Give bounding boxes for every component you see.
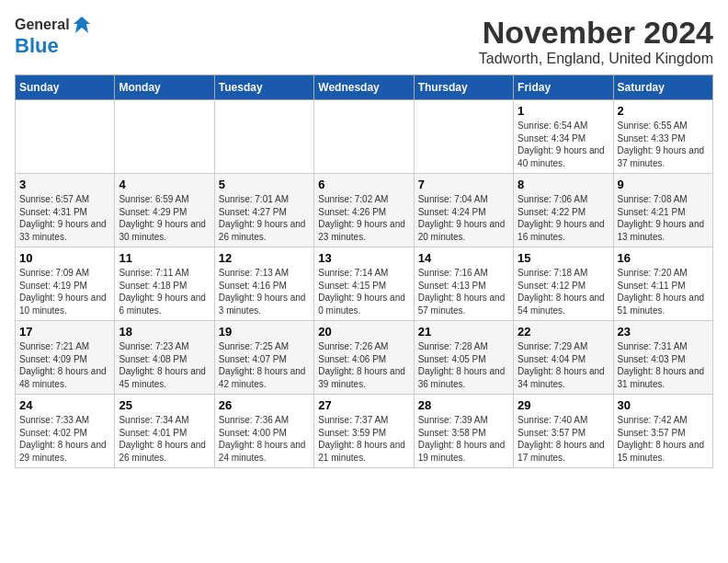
weekday-header-monday: Monday [115, 75, 214, 100]
day-info: Sunrise: 7:20 AM Sunset: 4:11 PM Dayligh… [618, 267, 709, 316]
calendar-header: SundayMondayTuesdayWednesdayThursdayFrid… [16, 75, 713, 100]
calendar-cell-w1d2: 5Sunrise: 7:01 AM Sunset: 4:27 PM Daylig… [214, 174, 313, 247]
day-number: 6 [318, 178, 409, 191]
day-info: Sunrise: 7:02 AM Sunset: 4:26 PM Dayligh… [318, 193, 409, 243]
day-info: Sunrise: 7:26 AM Sunset: 4:06 PM Dayligh… [318, 340, 409, 390]
calendar-cell-w0d6: 2Sunrise: 6:55 AM Sunset: 4:33 PM Daylig… [613, 100, 712, 174]
calendar-cell-w4d2: 26Sunrise: 7:36 AM Sunset: 4:00 PM Dayli… [214, 395, 313, 468]
location-title: Tadworth, England, United Kingdom [479, 51, 713, 67]
calendar-cell-w3d0: 17Sunrise: 7:21 AM Sunset: 4:09 PM Dayli… [16, 321, 115, 395]
day-number: 20 [318, 325, 409, 339]
day-number: 7 [418, 178, 509, 191]
calendar-table: SundayMondayTuesdayWednesdayThursdayFrid… [15, 75, 713, 468]
calendar-cell-w4d4: 28Sunrise: 7:39 AM Sunset: 3:58 PM Dayli… [414, 395, 513, 468]
svg-marker-0 [74, 17, 90, 33]
day-info: Sunrise: 6:54 AM Sunset: 4:34 PM Dayligh… [518, 120, 609, 169]
day-number: 17 [19, 325, 110, 339]
day-number: 24 [19, 398, 110, 412]
day-number: 2 [618, 104, 709, 118]
weekday-header-tuesday: Tuesday [214, 75, 313, 100]
day-info: Sunrise: 7:37 AM Sunset: 3:59 PM Dayligh… [318, 414, 409, 464]
day-number: 21 [418, 325, 509, 339]
day-number: 8 [518, 178, 609, 191]
calendar-cell-w1d4: 7Sunrise: 7:04 AM Sunset: 4:24 PM Daylig… [414, 174, 513, 247]
calendar-cell-w0d5: 1Sunrise: 6:54 AM Sunset: 4:34 PM Daylig… [514, 100, 613, 174]
day-number: 10 [19, 251, 110, 265]
day-number: 18 [119, 325, 210, 339]
day-number: 12 [219, 251, 310, 265]
day-info: Sunrise: 7:11 AM Sunset: 4:18 PM Dayligh… [119, 267, 210, 316]
day-number: 4 [119, 178, 210, 191]
weekday-header-saturday: Saturday [613, 75, 712, 100]
day-info: Sunrise: 7:21 AM Sunset: 4:09 PM Dayligh… [19, 340, 110, 390]
day-number: 26 [219, 398, 310, 412]
day-info: Sunrise: 7:14 AM Sunset: 4:15 PM Dayligh… [318, 267, 409, 316]
day-number: 3 [19, 178, 110, 191]
day-info: Sunrise: 7:34 AM Sunset: 4:01 PM Dayligh… [119, 414, 210, 464]
day-info: Sunrise: 7:23 AM Sunset: 4:08 PM Dayligh… [119, 340, 210, 390]
day-number: 16 [618, 251, 709, 265]
calendar-cell-w1d5: 8Sunrise: 7:06 AM Sunset: 4:22 PM Daylig… [514, 174, 613, 247]
logo-blue: Blue [15, 35, 59, 57]
calendar-cell-w2d3: 13Sunrise: 7:14 AM Sunset: 4:15 PM Dayli… [314, 247, 414, 321]
day-info: Sunrise: 6:55 AM Sunset: 4:33 PM Dayligh… [618, 120, 709, 169]
day-number: 15 [518, 251, 609, 265]
calendar-cell-w2d2: 12Sunrise: 7:13 AM Sunset: 4:16 PM Dayli… [214, 247, 313, 321]
calendar-cell-w2d1: 11Sunrise: 7:11 AM Sunset: 4:18 PM Dayli… [115, 247, 214, 321]
logo-general: General [15, 17, 70, 33]
day-info: Sunrise: 7:08 AM Sunset: 4:21 PM Dayligh… [618, 193, 709, 243]
day-info: Sunrise: 7:42 AM Sunset: 3:57 PM Dayligh… [618, 414, 709, 464]
weekday-header-sunday: Sunday [16, 75, 115, 100]
calendar-cell-w4d5: 29Sunrise: 7:40 AM Sunset: 3:57 PM Dayli… [514, 395, 613, 468]
calendar-cell-w2d6: 16Sunrise: 7:20 AM Sunset: 4:11 PM Dayli… [613, 247, 712, 321]
calendar-cell-w1d3: 6Sunrise: 7:02 AM Sunset: 4:26 PM Daylig… [314, 174, 414, 247]
day-info: Sunrise: 7:13 AM Sunset: 4:16 PM Dayligh… [219, 267, 310, 316]
calendar-cell-w0d1 [115, 100, 214, 174]
calendar-cell-w0d0 [16, 100, 115, 174]
calendar-cell-w2d0: 10Sunrise: 7:09 AM Sunset: 4:19 PM Dayli… [16, 247, 115, 321]
day-number: 9 [618, 178, 709, 191]
day-info: Sunrise: 6:59 AM Sunset: 4:29 PM Dayligh… [119, 193, 210, 243]
calendar-cell-w3d6: 23Sunrise: 7:31 AM Sunset: 4:03 PM Dayli… [613, 321, 712, 395]
calendar-cell-w3d5: 22Sunrise: 7:29 AM Sunset: 4:04 PM Dayli… [514, 321, 613, 395]
day-info: Sunrise: 7:09 AM Sunset: 4:19 PM Dayligh… [19, 267, 110, 316]
day-number: 28 [418, 398, 509, 412]
day-info: Sunrise: 6:57 AM Sunset: 4:31 PM Dayligh… [19, 193, 110, 243]
calendar-cell-w3d3: 20Sunrise: 7:26 AM Sunset: 4:06 PM Dayli… [314, 321, 414, 395]
calendar-cell-w4d3: 27Sunrise: 7:37 AM Sunset: 3:59 PM Dayli… [314, 395, 414, 468]
calendar-cell-w1d1: 4Sunrise: 6:59 AM Sunset: 4:29 PM Daylig… [115, 174, 214, 247]
day-info: Sunrise: 7:16 AM Sunset: 4:13 PM Dayligh… [418, 267, 509, 316]
title-area: November 2024 Tadworth, England, United … [479, 15, 713, 67]
day-number: 1 [518, 104, 609, 118]
day-info: Sunrise: 7:04 AM Sunset: 4:24 PM Dayligh… [418, 193, 509, 243]
month-title: November 2024 [479, 15, 713, 51]
day-info: Sunrise: 7:25 AM Sunset: 4:07 PM Dayligh… [219, 340, 310, 390]
calendar-cell-w3d4: 21Sunrise: 7:28 AM Sunset: 4:05 PM Dayli… [414, 321, 513, 395]
day-number: 23 [618, 325, 709, 339]
calendar-cell-w1d6: 9Sunrise: 7:08 AM Sunset: 4:21 PM Daylig… [613, 174, 712, 247]
day-info: Sunrise: 7:31 AM Sunset: 4:03 PM Dayligh… [618, 340, 709, 390]
calendar-cell-w1d0: 3Sunrise: 6:57 AM Sunset: 4:31 PM Daylig… [16, 174, 115, 247]
day-number: 19 [219, 325, 310, 339]
day-info: Sunrise: 7:33 AM Sunset: 4:02 PM Dayligh… [19, 414, 110, 464]
day-number: 22 [518, 325, 609, 339]
calendar-cell-w3d1: 18Sunrise: 7:23 AM Sunset: 4:08 PM Dayli… [115, 321, 214, 395]
day-number: 11 [119, 251, 210, 265]
weekday-header-thursday: Thursday [414, 75, 513, 100]
day-info: Sunrise: 7:40 AM Sunset: 3:57 PM Dayligh… [518, 414, 609, 464]
logo-bird-icon [72, 15, 92, 35]
logo: General Blue [15, 15, 92, 57]
day-info: Sunrise: 7:39 AM Sunset: 3:58 PM Dayligh… [418, 414, 509, 464]
calendar-cell-w4d6: 30Sunrise: 7:42 AM Sunset: 3:57 PM Dayli… [613, 395, 712, 468]
day-number: 14 [418, 251, 509, 265]
day-info: Sunrise: 7:01 AM Sunset: 4:27 PM Dayligh… [219, 193, 310, 243]
day-number: 27 [318, 398, 409, 412]
calendar-cell-w4d1: 25Sunrise: 7:34 AM Sunset: 4:01 PM Dayli… [115, 395, 214, 468]
calendar-cell-w0d2 [214, 100, 313, 174]
calendar-cell-w2d5: 15Sunrise: 7:18 AM Sunset: 4:12 PM Dayli… [514, 247, 613, 321]
day-number: 30 [618, 398, 709, 412]
header: General Blue November 2024 Tadworth, Eng… [15, 15, 713, 67]
weekday-header-wednesday: Wednesday [314, 75, 414, 100]
calendar-cell-w3d2: 19Sunrise: 7:25 AM Sunset: 4:07 PM Dayli… [214, 321, 313, 395]
day-info: Sunrise: 7:18 AM Sunset: 4:12 PM Dayligh… [518, 267, 609, 316]
